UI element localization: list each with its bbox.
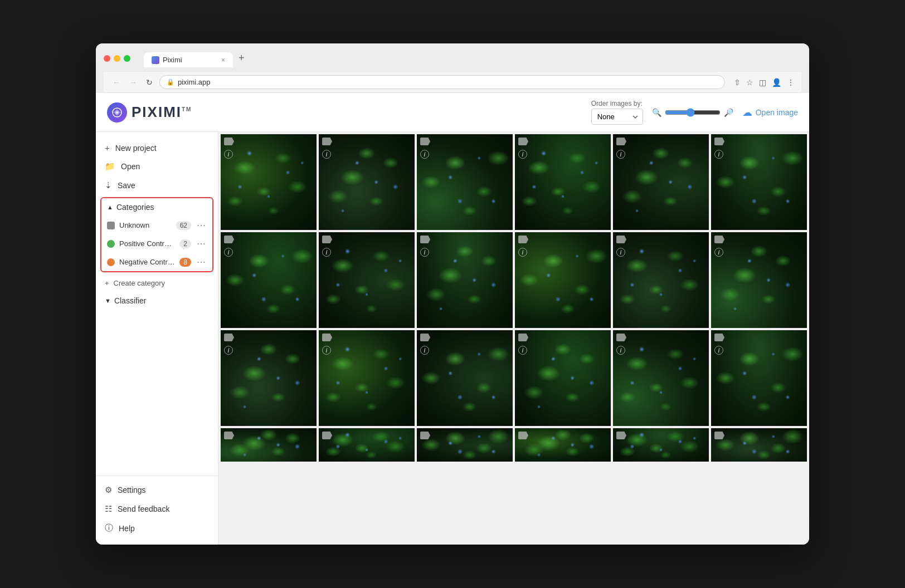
image-cell[interactable]: i xyxy=(319,134,415,230)
image-cell[interactable] xyxy=(515,428,611,462)
image-cell[interactable] xyxy=(417,428,513,462)
cell-overlay xyxy=(613,232,709,328)
image-cell[interactable]: i xyxy=(319,232,415,328)
image-cell[interactable]: i xyxy=(417,330,513,426)
label-tag-icon xyxy=(224,334,234,341)
tab-view-icon[interactable]: ◫ xyxy=(759,78,766,87)
cell-overlay xyxy=(319,232,415,328)
label-tag-icon xyxy=(714,138,724,145)
traffic-lights xyxy=(104,55,130,62)
image-cell[interactable]: i xyxy=(613,232,709,328)
image-cell[interactable]: i xyxy=(319,330,415,426)
image-cell[interactable]: i xyxy=(711,330,807,426)
cell-overlay xyxy=(221,330,317,426)
image-cell[interactable]: i xyxy=(515,330,611,426)
info-icon: i xyxy=(420,248,429,257)
image-grid-container[interactable]: i i i xyxy=(218,132,809,545)
image-cell[interactable]: i xyxy=(221,232,317,328)
image-cell[interactable] xyxy=(319,428,415,462)
minimize-button[interactable] xyxy=(114,55,120,62)
label-tag-icon xyxy=(616,138,626,145)
sidebar-item-open[interactable]: 📁 Open xyxy=(96,157,218,176)
refresh-button[interactable]: ↻ xyxy=(144,77,155,88)
category-row-positive[interactable]: Positive Control (G... 2 ⋯ xyxy=(101,234,212,253)
label-tag-icon xyxy=(224,138,234,145)
share-icon[interactable]: ⇧ xyxy=(734,78,741,87)
browser-controls: Piximi × + xyxy=(104,49,801,67)
label-tag-icon xyxy=(714,236,724,243)
new-tab-button[interactable]: + xyxy=(233,49,250,67)
label-tag-icon xyxy=(322,432,332,439)
label-tag-icon xyxy=(518,432,528,439)
zoom-controls: 🔍 🔎 xyxy=(652,108,733,117)
image-cell[interactable] xyxy=(711,428,807,462)
image-cell[interactable]: i xyxy=(711,232,807,328)
create-category-button[interactable]: + Create category xyxy=(96,275,218,292)
label-tag-icon xyxy=(714,334,724,341)
zoom-slider[interactable] xyxy=(665,108,721,117)
profile-icon[interactable]: 👤 xyxy=(772,78,781,87)
cell-overlay xyxy=(711,428,807,462)
info-icon: i xyxy=(616,248,625,257)
nav-bar: ← → ↻ 🔒 piximi.app ⇧ ☆ ◫ 👤 ⋮ xyxy=(104,72,801,93)
browser-window: Piximi × + ← → ↻ 🔒 piximi.app ⇧ ☆ ◫ 👤 ⋮ xyxy=(96,43,809,545)
label-tag-icon xyxy=(420,236,430,243)
plus-icon: + xyxy=(105,143,110,153)
active-tab[interactable]: Piximi × xyxy=(144,52,233,67)
image-cell[interactable]: i xyxy=(613,330,709,426)
tab-close-button[interactable]: × xyxy=(221,56,225,64)
image-cell[interactable]: i xyxy=(417,232,513,328)
bookmark-icon[interactable]: ☆ xyxy=(746,78,753,87)
cell-overlay xyxy=(515,428,611,462)
category-color-positive xyxy=(107,240,115,248)
category-more-negative[interactable]: ⋯ xyxy=(196,257,207,267)
image-cell[interactable]: i xyxy=(221,330,317,426)
category-more-positive[interactable]: ⋯ xyxy=(196,238,207,249)
back-button[interactable]: ← xyxy=(110,77,123,88)
info-icon: i xyxy=(714,150,723,159)
label-tag-icon xyxy=(224,236,234,243)
save-icon: ⇣ xyxy=(105,180,112,190)
close-button[interactable] xyxy=(104,55,110,62)
sidebar-item-help[interactable]: ⓘ Help xyxy=(96,518,218,538)
image-cell[interactable] xyxy=(613,428,709,462)
order-label: Order images by: xyxy=(591,100,643,107)
info-icon: i xyxy=(420,346,429,355)
label-tag-icon xyxy=(616,236,626,243)
sidebar-item-feedback[interactable]: ☷ Send feedback xyxy=(96,499,218,518)
classifier-header[interactable]: ▼ Classifier xyxy=(105,296,209,305)
cloud-upload-icon: ☁ xyxy=(742,106,752,119)
forward-button[interactable]: → xyxy=(127,77,139,88)
info-icon: i xyxy=(518,150,527,159)
label-tag-icon xyxy=(518,334,528,341)
image-cell[interactable]: i xyxy=(515,232,611,328)
image-cell[interactable]: i xyxy=(221,134,317,230)
open-image-button[interactable]: ☁ Open image xyxy=(742,106,798,119)
category-row-unknown[interactable]: Unknown 62 ⋯ xyxy=(101,216,212,234)
url-text: piximi.app xyxy=(178,78,211,86)
zoom-in-icon: 🔎 xyxy=(724,108,733,117)
sidebar-item-new-project[interactable]: + New project xyxy=(96,139,218,157)
sidebar-item-save[interactable]: ⇣ Save xyxy=(96,176,218,195)
sidebar-item-settings[interactable]: ⚙ Settings xyxy=(96,481,218,499)
category-more-unknown[interactable]: ⋯ xyxy=(196,220,207,231)
image-cell[interactable] xyxy=(221,428,317,462)
image-cell[interactable]: i xyxy=(711,134,807,230)
label-tag-icon xyxy=(322,138,332,145)
classifier-section: ▼ Classifier xyxy=(96,292,218,310)
maximize-button[interactable] xyxy=(124,55,130,62)
label-tag-icon xyxy=(616,334,626,341)
menu-icon[interactable]: ⋮ xyxy=(787,78,795,87)
image-cell[interactable]: i xyxy=(417,134,513,230)
cell-overlay xyxy=(515,134,611,230)
zoom-out-icon: 🔍 xyxy=(652,108,661,117)
app-header: PIXIMITM Order images by: None Name Date… xyxy=(96,93,809,132)
url-bar[interactable]: 🔒 piximi.app xyxy=(159,75,725,89)
cell-overlay xyxy=(613,428,709,462)
category-row-negative[interactable]: Negative Control (... 8 ⋯ xyxy=(101,253,212,271)
label-tag-icon xyxy=(420,432,430,439)
order-select[interactable]: None Name Date Category xyxy=(591,109,643,125)
categories-header[interactable]: ▲ Categories xyxy=(101,198,212,216)
image-cell[interactable]: i xyxy=(515,134,611,230)
image-cell[interactable]: i xyxy=(613,134,709,230)
